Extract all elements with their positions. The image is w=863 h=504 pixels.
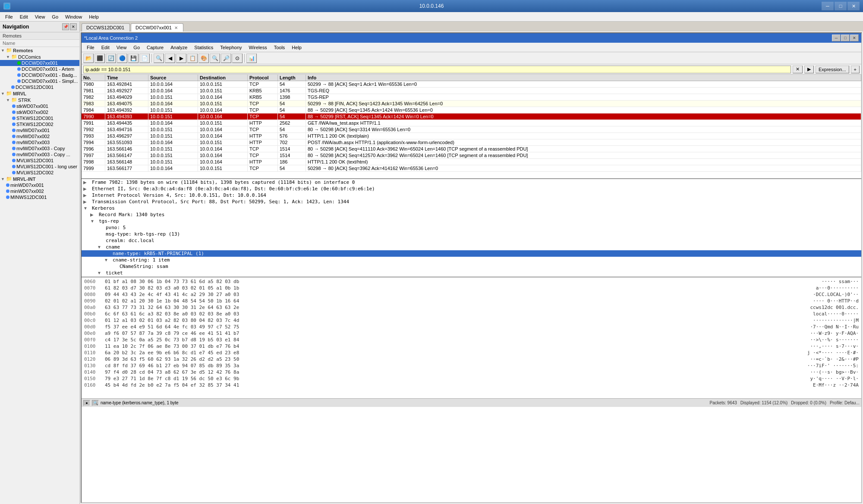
hex-dump[interactable]: 0060 01 bf a1 08 30 06 1b 04 73 73 61 6d… [82,277,861,398]
hex-row-13[interactable]: 0130 cd 8f fd 37 69 46 b1 27 eb 94 07 85… [82,362,860,369]
sidebar-item-dccwd07-artem[interactable]: DCCWD07xx001 - Artem [0,66,79,72]
sidebar-item-mvlwd07-003[interactable]: mvlWD07xx003 [0,139,79,145]
detail-row-8[interactable]: msg-type: krb-tgs-rep (13) [82,231,861,237]
sidebar-item-mvlwd07-002[interactable]: mvlWD07xx002 [0,133,79,139]
detail-row-6[interactable]: ▼ tgs-rep [82,218,861,224]
tab-dccws12dc001[interactable]: DCCWS12DC001 [82,23,130,32]
packet-row-10[interactable]: 7996 163.566146 10.0.0.151 10.0.0.164 TC… [82,146,861,152]
sidebar-item-minws12dc001[interactable]: MINWS12DC001 [0,194,79,200]
toolbar-save-btn[interactable]: 💾 [128,54,139,63]
toolbar-scroll-btn[interactable]: 📋 [187,54,198,63]
filter-clear-btn[interactable]: ✕ [793,66,803,73]
detail-row-7[interactable]: pvno: 5 [82,224,861,231]
detail-row-3[interactable]: ▶ Transmission Control Protocol, Src Por… [82,198,861,205]
detail-row-10[interactable]: ▼ cname [82,244,861,250]
ws-restore-btn[interactable]: □ [841,35,850,41]
menu-edit[interactable]: Edit [16,13,31,20]
toolbar-zoom-in-btn[interactable]: 🔍 [210,54,220,63]
packet-row-6[interactable]: 7991 163.494435 10.0.0.164 10.0.0.151 HT… [82,120,861,126]
detail-row-9[interactable]: crealm: dcc.local [82,237,861,244]
detail-row-14[interactable]: ▼ ticket [82,270,861,276]
sidebar-item-minwd07-001[interactable]: minWD07xx001 [0,182,79,188]
toolbar-fwd-btn[interactable]: ▶ [176,54,186,63]
sidebar-item-minwd07-002[interactable]: minWD07xx002 [0,188,79,194]
toolbar-find-btn[interactable]: 🔍 [154,54,164,63]
detail-row-11[interactable]: name-type: kRB5-NT-PRINCIPAL (1) [82,250,861,257]
ws-close-btn[interactable]: ✕ [850,35,859,41]
toolbar-graph-btn[interactable]: 📊 [246,54,257,63]
hex-row-8[interactable]: 00e0 a9 f6 07 57 87 7a 39 c8 79 ce 46 ee… [82,330,860,337]
sidebar-item-stkwd07-002[interactable]: stkWD07xx002 [0,109,79,115]
hex-row-16[interactable]: 0160 45 b4 4d fd 2e b0 e2 7a f5 04 ef 32… [82,382,860,388]
minimize-button[interactable]: ─ [822,2,834,10]
packet-row-11[interactable]: 7997 163.566147 10.0.0.151 10.0.0.164 TC… [82,152,861,159]
sidebar-item-mrvl-int[interactable]: ▼ 📁 MRVL-INT [0,176,79,182]
sidebar-close-button[interactable]: ✕ [70,23,77,30]
filter-input[interactable] [83,66,791,73]
ws-menu-analyze[interactable]: Analyze [167,44,191,51]
sidebar-item-dccws12dc001[interactable]: DCCWS12DC001 [0,84,79,90]
sidebar-item-mvlwd07-001[interactable]: mvlWD07xx001 [0,127,79,133]
sidebar-pin-button[interactable]: 📌 [62,23,69,30]
ws-title-controls[interactable]: ─ □ ✕ [832,35,859,41]
hex-row-6[interactable]: 00c0 01 12 a1 03 02 01 03 a2 82 03 80 04… [82,317,860,324]
sidebar-item-dccomics[interactable]: ▼ 📁 DCComics [0,54,79,60]
detail-row-13[interactable]: CNameString: ssam [82,263,861,270]
sidebar-item-mvlws12dc001[interactable]: MVLWS12DC001 [0,158,79,164]
packet-row-12[interactable]: 7998 163.566148 10.0.0.151 10.0.0.164 HT… [82,159,861,165]
menu-window[interactable]: Window [62,13,85,20]
hex-row-14[interactable]: 0140 97 f4 d0 28 cd 04 73 a8 62 67 3e d5… [82,369,860,375]
sidebar-item-dccwd07-badg[interactable]: DCCWD07xx001 - Badg... [0,72,79,78]
hex-row-2[interactable]: 0080 09 44 43 43 2e 4c 4f 43 41 4c a2 29… [82,291,860,298]
packet-row-2[interactable]: 7982 163.494029 10.0.0.151 10.0.0.164 KR… [82,94,861,101]
sidebar-item-mrvl[interactable]: ▼ 📁 MRVL [0,90,79,97]
sidebar-item-mvlws12dc002[interactable]: MVLWS12DC002 [0,170,79,176]
ws-menu-wireless[interactable]: Wireless [246,44,271,51]
toolbar-back-btn[interactable]: ◀ [165,54,175,63]
menu-file[interactable]: File [2,13,16,20]
menu-view[interactable]: View [31,13,49,20]
detail-row-1[interactable]: ▶ Ethernet II, Src: 0e:a3:0c:a4:da:f8 (0… [82,186,861,192]
hex-row-4[interactable]: 00a0 63 63 77 73 31 32 64 63 30 30 31 2e… [82,304,860,311]
packet-row-13[interactable]: 7999 163.566177 10.0.0.164 10.0.0.151 TC… [82,165,861,172]
toolbar-open-btn[interactable]: 📂 [83,54,94,63]
detail-row-4[interactable]: ▼ Kerberos [82,205,861,211]
status-icon-right[interactable]: 🔍 [92,400,99,406]
menu-help[interactable]: Help [85,13,102,20]
hex-row-9[interactable]: 00f0 c4 17 3e 5c 0a a5 25 0c 73 b7 d8 19… [82,337,860,343]
detail-row-12[interactable]: ▼ cname-string: 1 item [82,257,861,263]
packet-row-4[interactable]: 7984 163.494392 10.0.0.151 10.0.0.164 TC… [82,107,861,113]
filter-plus-btn[interactable]: + [851,66,860,73]
sidebar-item-strk[interactable]: ▼ 📁 STRK [0,97,79,103]
toolbar-zoom-reset-btn[interactable]: ⊙ [232,54,243,63]
ws-menu-file[interactable]: File [83,44,98,51]
detail-row-5[interactable]: ▶ Record Mark: 1340 bytes [82,211,861,218]
ws-menu-edit[interactable]: Edit [98,44,113,51]
ws-menu-help[interactable]: Help [288,44,305,51]
packet-row-5[interactable]: 7990 163.494393 10.0.0.151 10.0.0.164 TC… [82,113,861,120]
detail-row-0[interactable]: ▶ Frame 7982: 1398 bytes on wire (11184 … [82,179,861,186]
packet-row-8[interactable]: 7993 163.496297 10.0.0.151 10.0.0.164 HT… [82,133,861,139]
hex-row-1[interactable]: 0070 61 82 03 d7 30 82 03 d3 a0 03 02 01… [82,285,860,291]
title-bar-controls[interactable]: ─ □ ✕ [822,2,860,10]
close-button[interactable]: ✕ [847,2,860,10]
ws-menu-statistics[interactable]: Statistics [191,44,217,51]
sidebar-item-dccwd07xx001[interactable]: DCCWD07xx001 [0,60,79,66]
packet-details[interactable]: ▶ Frame 7982: 1398 bytes on wire (11184 … [82,178,861,277]
ws-menu-telephony[interactable]: Telephony [217,44,245,51]
hex-row-5[interactable]: 00b0 6c 6f 63 61 6c a3 82 03 8e a0 03 02… [82,311,860,317]
hex-row-12[interactable]: 0120 06 89 3d 63 f5 60 62 93 1a 32 26 d2… [82,356,860,362]
packet-row-0[interactable]: 7980 163.492841 10.0.0.164 10.0.0.151 TC… [82,81,861,88]
packet-row-9[interactable]: 7994 163.551093 10.0.0.164 10.0.0.151 HT… [82,139,861,146]
packet-row-1[interactable]: 7981 163.492927 10.0.0.164 10.0.0.151 KR… [82,88,861,94]
tab-close-icon[interactable]: ✕ [174,25,178,30]
filter-expression-btn[interactable]: Expression... [816,66,849,73]
packet-row-3[interactable]: 7983 163.494075 10.0.0.164 10.0.0.151 TC… [82,101,861,107]
sidebar-item-stkwd07-001[interactable]: stkWD07xx001 [0,103,79,109]
menu-go[interactable]: Go [48,13,62,20]
sidebar-controls[interactable]: 📌 ✕ [62,23,77,30]
toolbar-colorize-btn[interactable]: 🎨 [198,54,209,63]
toolbar-stop-btn[interactable]: ⬛ [94,54,105,63]
maximize-button[interactable]: □ [835,2,847,10]
hex-row-7[interactable]: 00d0 f5 37 ee e4 e9 51 6d 64 4e fc 03 49… [82,324,860,330]
